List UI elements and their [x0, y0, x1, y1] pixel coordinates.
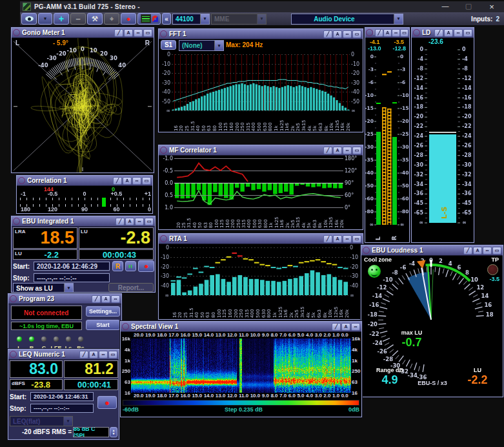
panel-header[interactable]: MF Correlator 1 ╱ A ∞ ▭ [159, 145, 363, 156]
autoscale-icon[interactable]: A [123, 177, 132, 185]
maximize-icon[interactable]: ▭ [352, 235, 361, 243]
spl-field[interactable]: 85 dB C /SPL [73, 427, 109, 437]
panel-header[interactable]: LEQ Numeric 1 ╱ A ∞ ▭ [8, 349, 119, 360]
monitor-button[interactable] [21, 13, 37, 25]
edit-icon[interactable]: ╱ [114, 29, 123, 37]
start-field[interactable]: 2020-12-06 12:46:29 [34, 262, 110, 271]
start-button[interactable]: Start [86, 320, 120, 330]
close-icon[interactable]: × [487, 2, 496, 12]
link-icon[interactable]: ∞ [99, 351, 108, 359]
record-button[interactable]: ● [97, 396, 117, 409]
autoscale-icon[interactable]: A [444, 29, 453, 37]
panel-header[interactable]: EBU Loudness 1 ╱ A ∞ ▭ [361, 245, 503, 256]
maximize-icon[interactable]: ▭ [400, 29, 408, 37]
autoscale-icon[interactable]: A [333, 30, 342, 38]
s1-button[interactable]: S1 [161, 40, 176, 50]
link-icon[interactable]: ∞ [343, 235, 352, 243]
link-icon[interactable]: ∞ [134, 29, 143, 37]
power-icon[interactable] [160, 30, 167, 37]
autoscale-icon[interactable]: A [124, 29, 133, 37]
link-icon[interactable]: ∞ [132, 177, 141, 185]
autoscale-icon[interactable]: A [101, 295, 110, 303]
maximize-icon[interactable]: ▭ [492, 247, 501, 255]
edit-icon[interactable]: ╱ [375, 29, 383, 37]
panel-header[interactable]: Correlation 1 ╱ A ∞ ▭ [17, 176, 152, 186]
link-icon[interactable]: ∞ [454, 29, 463, 37]
panel-header[interactable]: EBU Integrated 1 ╱ A ∞ ▭ [12, 216, 155, 227]
power-icon[interactable] [18, 177, 25, 184]
power-icon[interactable] [122, 323, 129, 330]
panel-header[interactable]: Program 23 ╱ A ∞ [8, 294, 121, 304]
power-icon[interactable] [366, 29, 373, 36]
tools-button[interactable]: ⚒ [87, 13, 103, 25]
pause-button[interactable]: II [125, 261, 136, 271]
panel-header[interactable]: Gonio Meter 1 ╱ A ∞ ▭ [12, 28, 154, 38]
edit-icon[interactable]: ╱ [323, 235, 332, 243]
edit-icon[interactable]: ╱ [463, 247, 472, 255]
power-icon[interactable] [160, 147, 167, 154]
settings-button[interactable]: Settings... [86, 306, 120, 317]
maximize-icon[interactable]: ▭ [145, 218, 154, 225]
start-field[interactable]: 2020-12-06 12:46:31 [30, 392, 94, 401]
link-icon[interactable]: ∞ [392, 29, 400, 37]
link-icon[interactable]: ∞ [111, 295, 120, 303]
show-as-dropdown[interactable]: Show as LU ▾ [13, 283, 74, 292]
fft-source-dropdown[interactable]: (None) ▾ [179, 40, 224, 51]
power-icon[interactable] [363, 247, 370, 254]
maximize-icon[interactable]: ▭ [143, 29, 152, 37]
edit-icon[interactable]: ╱ [323, 147, 332, 154]
power-icon[interactable] [13, 218, 20, 225]
stop-field[interactable]: ----,--,-- --:--:-- [34, 273, 110, 282]
autoscale-icon[interactable]: A [341, 323, 350, 331]
stop-field[interactable]: ----,--,-- --:--:-- [30, 404, 94, 413]
edit-icon[interactable]: ╱ [332, 323, 341, 331]
power-icon[interactable] [10, 351, 17, 358]
edit-icon[interactable]: ╱ [92, 295, 101, 303]
record-button[interactable]: ● [138, 260, 154, 272]
link-icon[interactable]: ∞ [483, 247, 492, 255]
capture-button[interactable] [137, 13, 161, 25]
title-bar[interactable]: PG-AMM v3.1 Build 725 - Stereo - — ▢ × [20, 1, 504, 12]
record-button[interactable]: ● [121, 13, 136, 25]
edit-icon[interactable]: ╱ [79, 351, 88, 359]
report-button[interactable]: Report... [108, 283, 154, 292]
spl-stepper[interactable]: ▴▾ [110, 427, 117, 437]
panel-header[interactable]: PP ╱ A ∞ ▭ [365, 28, 409, 38]
power-icon[interactable] [10, 295, 17, 302]
link-icon[interactable]: ∞ [343, 147, 352, 154]
power-icon[interactable] [413, 29, 420, 36]
power-icon[interactable] [160, 235, 167, 242]
maximize-icon[interactable]: ▭ [108, 351, 117, 359]
autoscale-icon[interactable]: A [473, 247, 482, 255]
autoscale-icon[interactable]: A [333, 235, 342, 243]
add-meter-button[interactable]: + [54, 13, 69, 25]
samplerate-dropdown[interactable]: 44100 ▾ [172, 14, 210, 25]
maximize-icon[interactable]: ▭ [463, 29, 472, 37]
edit-icon[interactable]: ╱ [434, 29, 443, 37]
edit-icon[interactable]: ╱ [116, 218, 125, 225]
link-icon[interactable]: ∞ [135, 218, 144, 225]
autoscale-icon[interactable]: A [125, 218, 134, 225]
reset-button[interactable]: R [112, 261, 123, 271]
collapse-button[interactable]: « [162, 13, 171, 25]
panel-header[interactable]: FFT 1 ╱ A ∞ ▭ [159, 29, 363, 39]
link-icon[interactable]: ∞ [343, 30, 352, 38]
edit-icon[interactable]: ╱ [113, 177, 122, 185]
power-icon[interactable] [13, 29, 20, 36]
edit-icon[interactable]: ╱ [323, 30, 332, 38]
panel-header[interactable]: LD ╱ A ∞ ▭ [412, 28, 474, 38]
autoscale-icon[interactable]: A [89, 351, 98, 359]
maximize-icon[interactable]: ▭ [352, 30, 361, 38]
remove-meter-button[interactable]: − [70, 13, 86, 25]
maximize-icon[interactable]: ▭ [142, 177, 151, 185]
panel-header[interactable]: RTA 1 ╱ A ∞ ▭ [159, 234, 363, 244]
autoscale-icon[interactable]: A [333, 147, 342, 154]
panel-header[interactable]: Spectral View 1 ╱ A ∞ [121, 322, 361, 332]
preset-dropdown[interactable]: ▾ [38, 13, 52, 25]
autoscale-icon[interactable]: A [383, 29, 392, 37]
minimize-icon[interactable]: — [441, 2, 450, 12]
maximize-icon[interactable]: ▢ [464, 2, 473, 12]
calibrate-button[interactable]: ⌖ [104, 13, 119, 25]
device-dropdown[interactable]: Audio Device ▾ [291, 14, 403, 25]
link-icon[interactable]: ∞ [351, 323, 360, 331]
